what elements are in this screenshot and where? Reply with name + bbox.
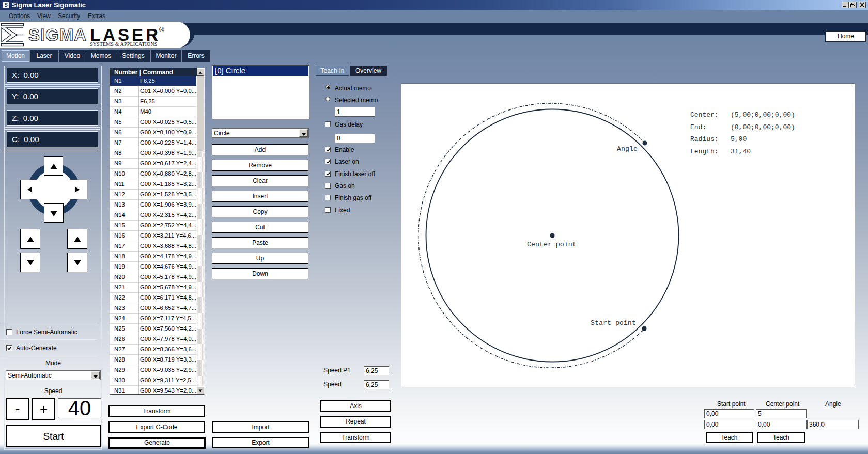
svg-text:SIGMA: SIGMA <box>28 25 86 44</box>
svg-text:®: ® <box>159 26 164 34</box>
svg-text:SYSTEMS & APPLICATIONS: SYSTEMS & APPLICATIONS <box>90 41 158 47</box>
